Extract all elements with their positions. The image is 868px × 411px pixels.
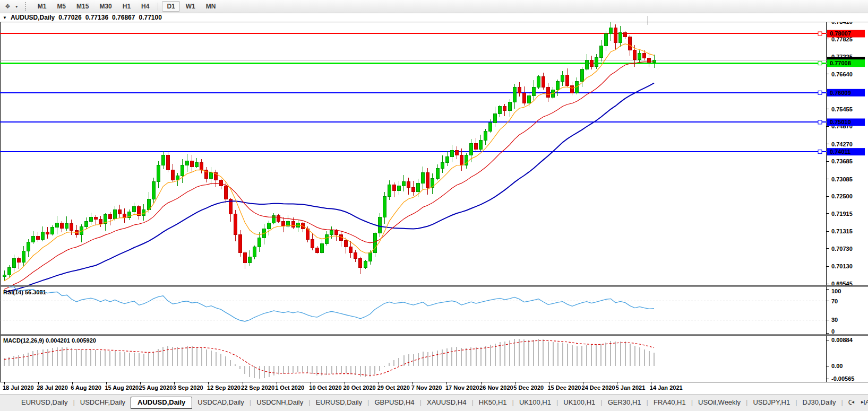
- toolbar-grip[interactable]: [25, 2, 27, 11]
- timeframe-button-m30[interactable]: M30: [94, 1, 116, 12]
- svg-text:-0.00565: -0.00565: [831, 375, 854, 382]
- svg-text:0.70730: 0.70730: [831, 246, 853, 252]
- svg-text:0.00884: 0.00884: [831, 337, 853, 343]
- chart-canvas[interactable]: 0.784100.778250.772250.766400.754550.748…: [0, 22, 868, 395]
- ma-mid-line: [4, 62, 654, 289]
- macd-signal-line: [4, 340, 654, 375]
- svg-text:0.00: 0.00: [831, 363, 843, 369]
- chart-tab-audusd-daily[interactable]: AUDUSD,Daily: [131, 397, 192, 409]
- timeframe-button-m5[interactable]: M5: [52, 1, 71, 12]
- svg-text:25 Aug 2020: 25 Aug 2020: [139, 384, 173, 391]
- tab-scroll-left-icon[interactable]: ◂: [852, 399, 854, 405]
- svg-text:3 Sep 2020: 3 Sep 2020: [173, 384, 203, 391]
- chart-tab-usoil-weekly[interactable]: USOil,Weekly: [693, 397, 746, 408]
- rsi-panel: 10070300RSI(14) 56.3051: [0, 285, 868, 336]
- chart-tab-uk100-h1[interactable]: UK100,H1: [558, 397, 600, 408]
- svg-text:15 Aug 2020: 15 Aug 2020: [105, 384, 139, 391]
- svg-text:17 Nov 2020: 17 Nov 2020: [445, 384, 479, 391]
- svg-text:26 Nov 2020: 26 Nov 2020: [479, 384, 513, 391]
- chart-tab-uk100-h1[interactable]: UK100,H1: [514, 397, 556, 408]
- svg-text:0.72500: 0.72500: [831, 193, 853, 199]
- svg-text:100: 100: [831, 288, 841, 294]
- tab-scroll-arrows: ◂ ▸: [852, 399, 864, 405]
- svg-text:20 Oct 2020: 20 Oct 2020: [343, 384, 376, 391]
- collapse-triangle-icon[interactable]: ▼: [3, 15, 7, 20]
- svg-text:0.75455: 0.75455: [831, 106, 853, 112]
- chart-tab-eurusd-daily[interactable]: EURUSD,Daily: [311, 397, 367, 408]
- ohlc-high: 0.77136: [85, 14, 108, 21]
- svg-text:15 Dec 2020: 15 Dec 2020: [547, 384, 581, 391]
- svg-text:5 Jan 2021: 5 Jan 2021: [616, 384, 646, 391]
- timeframe-button-group: M1M5M15M30H1H4D1W1MN: [32, 1, 221, 12]
- svg-text:0.76640: 0.76640: [831, 71, 853, 77]
- chart-tab-usdcad-daily[interactable]: USDCAD,Daily: [192, 397, 249, 408]
- chart-tool-icon[interactable]: ❖: [3, 3, 12, 10]
- chart-tab-hk50-h1[interactable]: HK50,H1: [474, 397, 512, 408]
- chart-tab-usdjpy-h1[interactable]: USDJPY,H1: [747, 397, 795, 408]
- ma-fast-line: [4, 44, 654, 281]
- svg-text:0.73085: 0.73085: [831, 176, 853, 182]
- svg-text:0.77008: 0.77008: [830, 60, 851, 66]
- timeframe-button-d1[interactable]: D1: [162, 1, 179, 12]
- svg-text:0.75010: 0.75010: [830, 119, 851, 125]
- chart-tab-usdcnh-daily[interactable]: USDCNH,Daily: [251, 397, 308, 408]
- chart-tab-ger30-h1[interactable]: GER30,H1: [603, 397, 647, 408]
- chart-info-bar: ▼ AUDUSD,Daily 0.77026 0.77136 0.76867 0…: [0, 13, 868, 22]
- timeframe-button-h1[interactable]: H1: [118, 1, 135, 12]
- svg-text:0.71315: 0.71315: [831, 228, 853, 234]
- timeframe-button-w1[interactable]: W1: [181, 1, 200, 12]
- tab-scroll-right-icon[interactable]: ▸: [861, 399, 864, 405]
- svg-text:18 Jul 2020: 18 Jul 2020: [3, 384, 34, 391]
- timeframe-button-m1[interactable]: M1: [33, 1, 51, 12]
- dropdown-arrow-icon[interactable]: ▼: [12, 5, 21, 8]
- svg-text:30: 30: [831, 317, 838, 323]
- svg-text:29 Oct 2020: 29 Oct 2020: [377, 384, 410, 391]
- ohlc-open: 0.77026: [58, 14, 81, 21]
- svg-text:0.73685: 0.73685: [831, 158, 853, 164]
- ma-slow-line: [4, 83, 654, 293]
- top-toolbar: ❖ ▼ M1M5M15M30H1H4D1W1MN: [0, 0, 868, 13]
- chart-tab-bar: EURUSD,Daily|USDCHF,DailyAUDUSD,DailyUSD…: [0, 395, 868, 411]
- svg-text:0.70130: 0.70130: [831, 263, 853, 269]
- svg-text:1 Oct 2020: 1 Oct 2020: [275, 384, 304, 391]
- chart-tab-gbpusd-h4[interactable]: GBPUSD,H4: [369, 397, 419, 408]
- macd-panel: 0.008840.00-0.00565MACD(12,26,9) 0.00420…: [3, 337, 854, 382]
- timeframe-button-mn[interactable]: MN: [201, 1, 221, 12]
- timeframe-button-h4[interactable]: H4: [136, 1, 154, 12]
- svg-text:7 Nov 2020: 7 Nov 2020: [411, 384, 442, 391]
- chart-tab-usdchf-daily[interactable]: USDCHF,Daily: [75, 397, 131, 408]
- chart-tab-xauusd-h4[interactable]: XAUUSD,H4: [422, 397, 471, 408]
- chart-tab-eurusd-daily[interactable]: EURUSD,Daily: [16, 397, 73, 408]
- svg-text:12 Sep 2020: 12 Sep 2020: [207, 384, 240, 391]
- svg-text:0.74270: 0.74270: [831, 141, 853, 147]
- svg-text:0.69545: 0.69545: [831, 281, 853, 287]
- svg-text:28 Jul 2020: 28 Jul 2020: [37, 384, 68, 391]
- horizontal-lines[interactable]: [0, 32, 827, 154]
- rsi-line: [9, 287, 654, 321]
- svg-text:24 Dec 2020: 24 Dec 2020: [582, 384, 615, 391]
- svg-text:10 Oct 2020: 10 Oct 2020: [309, 384, 341, 391]
- ohlc-low: 0.76867: [112, 14, 135, 21]
- ohlc-close: 0.77100: [139, 14, 161, 21]
- chart-symbol-label: AUDUSD,Daily: [11, 14, 55, 21]
- svg-text:0.74011: 0.74011: [830, 148, 850, 155]
- svg-text:5 Dec 2020: 5 Dec 2020: [513, 384, 544, 391]
- svg-text:70: 70: [831, 298, 838, 304]
- svg-text:0.71915: 0.71915: [831, 211, 853, 217]
- svg-text:0.76009: 0.76009: [830, 90, 851, 96]
- svg-text:22 Sep 2020: 22 Sep 2020: [241, 384, 274, 391]
- time-axis: 18 Jul 202028 Jul 20206 Aug 202015 Aug 2…: [3, 382, 683, 391]
- toolbar-separator: [158, 3, 158, 11]
- chart-tabs: EURUSD,Daily|USDCHF,DailyAUDUSD,DailyUSD…: [16, 397, 868, 409]
- svg-text:14 Jan 2021: 14 Jan 2021: [650, 384, 683, 391]
- svg-text:0: 0: [831, 328, 835, 335]
- vertical-line-object[interactable]: [648, 16, 648, 22]
- timeframe-button-m15[interactable]: M15: [72, 1, 93, 12]
- chart-tab-fra40-h1[interactable]: FRA40,H1: [648, 397, 691, 408]
- svg-text:0.78007: 0.78007: [830, 30, 851, 37]
- price-labels: 0.771000.780070.760090.750100.740110.770…: [827, 30, 865, 155]
- svg-text:6 Aug 2020: 6 Aug 2020: [71, 384, 101, 391]
- chart-tab-dj30-daily[interactable]: DJ30,Daily: [797, 397, 841, 408]
- svg-text:0.78410: 0.78410: [831, 22, 853, 25]
- svg-text:MACD(12,26,9) 0.004201 0.00592: MACD(12,26,9) 0.004201 0.005920: [3, 337, 96, 344]
